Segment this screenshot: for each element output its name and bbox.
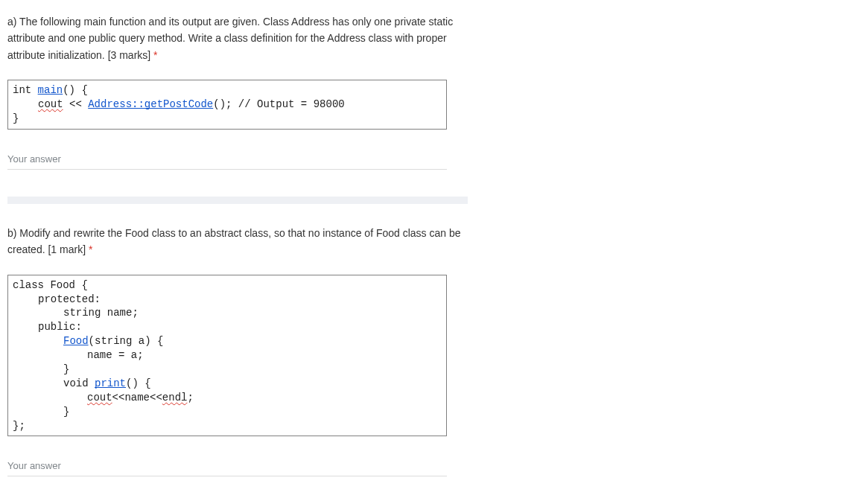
cb-l1: class Food { [13, 279, 88, 291]
paren-open: () { [63, 84, 88, 96]
fn-getpostcode: Address::getPostCode [88, 98, 213, 110]
comment-output: (); // Output = 98000 [213, 98, 344, 110]
code-line-1: int main() { [13, 84, 88, 96]
op-ins: << [63, 98, 89, 110]
fn-print: print [95, 377, 126, 389]
cb-l10: } [13, 405, 69, 419]
fn-main: main [38, 84, 63, 96]
cb-l11: }; [13, 420, 25, 432]
code-line-3: } [13, 112, 19, 124]
question-b-codebox: class Food { protected: string name; pub… [7, 275, 447, 437]
cb-l4: public: [13, 320, 82, 334]
answer-input-a[interactable] [7, 152, 447, 166]
code-line-2: cout << Address::getPostCode(); // Outpu… [13, 98, 345, 110]
print-open: () { [126, 377, 151, 389]
kw-cout-2: cout [87, 392, 112, 403]
cb-l8: void print() { [13, 377, 151, 389]
cb-l2: protected: [13, 293, 101, 307]
kw-endl: endl [162, 392, 188, 403]
cb-l3: string name; [13, 306, 139, 320]
cb-l9: cout<<name<<endl; [13, 392, 194, 403]
question-a: a) The following main function and its o… [7, 13, 469, 170]
section-separator [7, 197, 468, 204]
question-a-body: a) The following main function and its o… [7, 16, 453, 61]
cb-l5: Food(string a) { [13, 335, 163, 347]
cb-l7: } [13, 363, 69, 377]
semicolon: ; [187, 392, 193, 403]
required-asterisk: * [89, 243, 92, 255]
cb-l6: name = a; [13, 348, 144, 363]
question-b: b) Modify and rewrite the Food class to … [7, 225, 469, 477]
question-a-text: a) The following main function and its o… [7, 13, 469, 63]
op-name: <<name<< [112, 392, 162, 403]
answer-field-b-wrap[interactable] [7, 459, 447, 476]
question-b-text: b) Modify and rewrite the Food class to … [7, 225, 469, 258]
answer-field-a-wrap[interactable] [7, 152, 447, 170]
ctor-params: (string a) { [89, 335, 164, 347]
kw-void: void [63, 377, 95, 389]
question-b-body: b) Modify and rewrite the Food class to … [7, 227, 461, 255]
question-a-codebox: int main() { cout << Address::getPostCod… [7, 80, 447, 130]
kw-cout: cout [38, 98, 63, 110]
required-asterisk: * [153, 49, 157, 61]
answer-input-b[interactable] [7, 459, 447, 473]
kw-int: int [13, 84, 38, 96]
ctor-food: Food [63, 335, 89, 347]
